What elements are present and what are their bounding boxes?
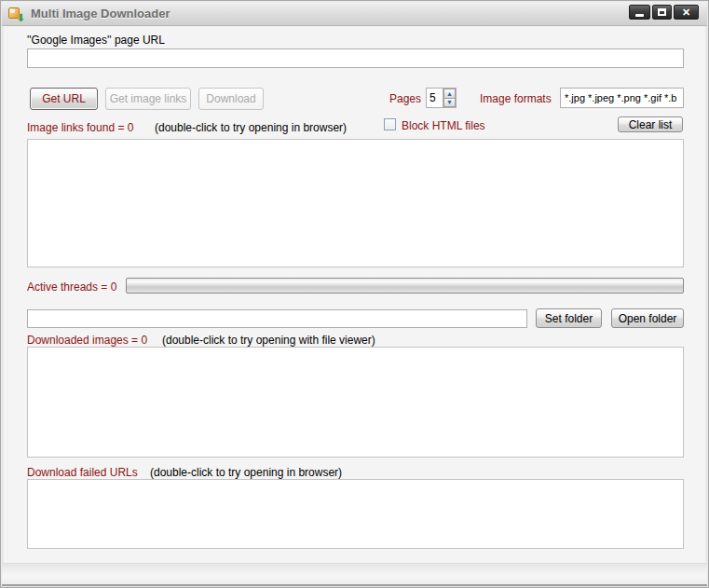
- page-url-label: ''Google Images'' page URL: [27, 34, 165, 47]
- close-icon: ✕: [682, 7, 690, 18]
- spin-up-icon: ▲: [446, 90, 453, 97]
- app-window: ⬇ Multi Image Downloader ✕ ''Google Imag…: [0, 0, 709, 588]
- close-button[interactable]: ✕: [674, 5, 699, 20]
- get-image-links-button[interactable]: Get image links: [105, 88, 191, 110]
- spin-down-icon: ▼: [446, 99, 453, 105]
- block-html-label: Block HTML files: [402, 119, 485, 132]
- failed-urls-list[interactable]: [27, 479, 684, 549]
- pages-spinner: 5 ▲ ▼: [426, 88, 457, 108]
- app-icon: ⬇: [8, 7, 24, 21]
- page-url-input[interactable]: [27, 48, 684, 68]
- download-arrow-icon: ⬇: [17, 13, 25, 23]
- spin-down-button[interactable]: ▼: [443, 99, 456, 108]
- window-controls: ✕: [629, 5, 699, 20]
- open-folder-button[interactable]: Open folder: [611, 308, 684, 328]
- set-folder-button[interactable]: Set folder: [536, 308, 602, 328]
- downloaded-hint: (double-click to try opening with file v…: [162, 334, 375, 347]
- maximize-button[interactable]: [652, 5, 672, 20]
- downloaded-images-list[interactable]: [27, 347, 684, 458]
- image-formats-label: Image formats: [480, 92, 552, 105]
- pages-label: Pages: [389, 92, 421, 105]
- clear-list-button[interactable]: Clear list: [618, 116, 683, 132]
- window-bottom-frame: [2, 563, 707, 586]
- downloaded-count-label: Downloaded images = 0: [27, 334, 147, 347]
- minimize-icon: [635, 14, 644, 17]
- image-formats-input[interactable]: [560, 88, 684, 108]
- image-links-count-label: Image links found = 0: [27, 121, 133, 134]
- failed-urls-hint: (double-click to try opening in browser): [150, 466, 342, 479]
- minimize-button[interactable]: [629, 5, 650, 20]
- get-url-button[interactable]: Get URL: [30, 88, 98, 110]
- pages-value[interactable]: 5: [426, 88, 443, 108]
- block-html-checkbox[interactable]: [384, 118, 396, 130]
- maximize-icon: [658, 8, 666, 16]
- spin-up-button[interactable]: ▲: [443, 89, 456, 99]
- active-threads-label: Active threads = 0: [27, 280, 116, 294]
- threads-progress-bar: [126, 278, 684, 294]
- title-bar[interactable]: ⬇ Multi Image Downloader ✕: [2, 2, 707, 26]
- image-links-hint: (double-click to try opening in browser): [155, 121, 347, 134]
- image-links-list[interactable]: [27, 139, 684, 267]
- download-button[interactable]: Download: [198, 88, 264, 110]
- window-title: Multi Image Downloader: [31, 7, 170, 21]
- failed-urls-label: Download failed URLs: [27, 466, 138, 479]
- folder-path-input[interactable]: [27, 309, 527, 328]
